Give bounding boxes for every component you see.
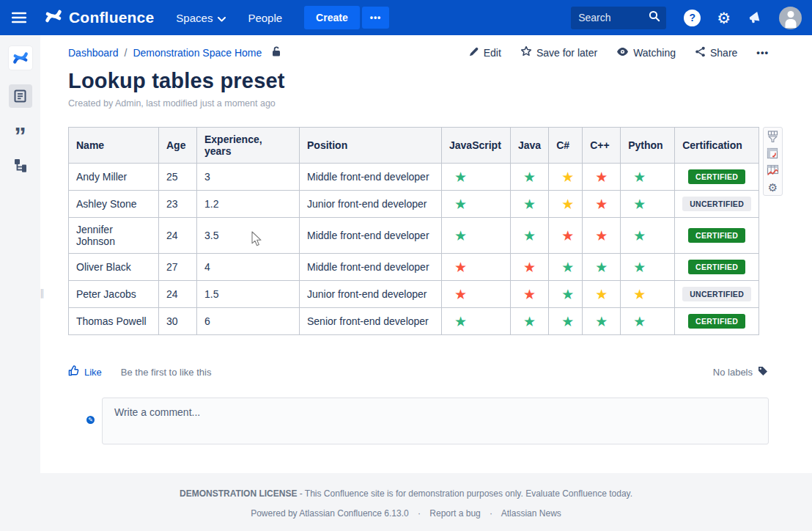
powered-by-line: Powered by Atlassian Confluence 6.13.0 ·… — [0, 508, 812, 519]
skill-star-icon: ★ — [621, 164, 675, 191]
table-cell: 23 — [159, 191, 197, 218]
comment-user-avatar: ✎ — [68, 398, 95, 424]
table-row: Ashley Stone231.2Junior front-end develo… — [69, 191, 759, 218]
table-cell: 30 — [159, 308, 197, 335]
skill-star-icon: ★ — [583, 254, 621, 281]
skill-star-icon: ★ — [621, 218, 675, 254]
search-icon[interactable] — [649, 10, 660, 25]
skill-star-icon: ★ — [621, 191, 675, 218]
table-cell: 3 — [197, 164, 300, 191]
skill-star-icon: ★ — [583, 281, 621, 308]
skill-star-icon: ★ — [442, 254, 511, 281]
certification-badge: UNCERTIFIED — [682, 287, 751, 301]
table-cell: 25 — [159, 164, 197, 191]
edit-button[interactable]: Edit — [468, 46, 501, 59]
space-logo-icon[interactable] — [9, 46, 32, 70]
skill-star-icon: ★ — [549, 164, 583, 191]
certification-cell: CERTIFIED — [675, 218, 759, 254]
table-cell: Peter Jacobs — [69, 281, 159, 308]
confluence-logo[interactable]: Confluence — [44, 7, 154, 28]
create-button[interactable]: Create — [304, 6, 360, 29]
skill-star-icon: ★ — [621, 254, 675, 281]
column-header: Java — [511, 128, 549, 164]
table-zone: NameAgeExperience, yearsPositionJavaScri… — [68, 127, 769, 335]
labels-control[interactable]: No labels — [713, 365, 769, 379]
eye-icon — [616, 47, 629, 59]
skill-star-icon: ★ — [583, 164, 621, 191]
table-cell: Middle front-end developer — [300, 164, 442, 191]
tag-icon — [757, 365, 769, 379]
save-for-later-button[interactable]: Save for later — [520, 45, 597, 59]
hamburger-menu-icon[interactable] — [12, 9, 29, 26]
skill-star-icon: ★ — [442, 164, 511, 191]
pivot-table-icon[interactable] — [767, 147, 779, 160]
skill-star-icon: ★ — [549, 218, 583, 254]
watching-button[interactable]: Watching — [616, 47, 676, 59]
page-more-button[interactable]: ••• — [756, 47, 769, 58]
like-row: Like Be the first to like this No labels — [68, 365, 769, 379]
table-row: Peter Jacobs241.5Junior front-end develo… — [69, 281, 759, 308]
admin-gear-icon[interactable]: ⚙ — [717, 10, 731, 26]
share-icon — [695, 46, 706, 59]
license-notice: DEMONSTRATION LICENSE - This Confluence … — [0, 473, 812, 499]
certification-cell: CERTIFIED — [675, 164, 759, 191]
table-cell: Jennifer Johnson — [69, 218, 159, 254]
column-header: JavaScript — [442, 128, 511, 164]
pencil-icon — [468, 46, 479, 59]
table-cell: Junior front-end developer — [300, 281, 442, 308]
report-a-bug-link[interactable]: Report a bug — [429, 508, 480, 519]
table-cell: Andy Miller — [69, 164, 159, 191]
like-hint: Be the first to like this — [121, 367, 212, 378]
skill-star-icon: ★ — [442, 218, 511, 254]
skill-star-icon: ★ — [442, 281, 511, 308]
nav-more-button[interactable]: ••• — [362, 7, 390, 29]
table-cell: Thomas Powell — [69, 308, 159, 335]
certification-badge: CERTIFIED — [688, 169, 745, 184]
column-header: Age — [159, 128, 197, 164]
column-header: Certification — [675, 128, 759, 164]
table-row: Andy Miller253Middle front-end developer… — [69, 164, 759, 191]
sidebar-blog-quote-icon[interactable]: ” — [9, 120, 32, 143]
sidebar-resize-grip[interactable]: ∥ — [40, 288, 45, 299]
like-button[interactable]: Like — [68, 365, 102, 379]
skill-star-icon: ★ — [511, 308, 549, 335]
page-title: Lookup tables preset — [68, 69, 769, 93]
comment-input[interactable]: Write a comment... — [102, 398, 769, 444]
table-filter-icon[interactable] — [767, 131, 779, 143]
column-header: Name — [69, 128, 159, 164]
page-footer: DEMONSTRATION LICENSE - This Confluence … — [0, 473, 812, 531]
breadcrumb-space-home[interactable]: Demonstration Space Home — [133, 47, 262, 59]
help-icon[interactable]: ? — [684, 10, 701, 26]
powered-by-text: Powered by Atlassian Confluence 6.13.0 — [251, 508, 408, 519]
page-actions: Edit Save for later Watching Share ••• — [468, 45, 769, 59]
sidebar-space-tree-icon[interactable] — [9, 153, 32, 177]
search-box[interactable] — [571, 7, 666, 29]
share-button[interactable]: Share — [695, 46, 737, 59]
table-settings-gear-icon[interactable]: ⚙ — [767, 181, 779, 194]
table-cell: Junior front-end developer — [300, 191, 442, 218]
sidebar-pages-icon[interactable] — [9, 84, 32, 108]
unrestricted-unlock-icon[interactable] — [270, 45, 282, 59]
skill-star-icon: ★ — [511, 191, 549, 218]
table-cell: 4 — [197, 254, 300, 281]
skill-star-icon: ★ — [583, 191, 621, 218]
skill-star-icon: ★ — [549, 281, 583, 308]
table-chart-icon[interactable] — [767, 164, 779, 177]
nav-spaces[interactable]: Spaces — [176, 12, 226, 24]
announcements-megaphone-icon[interactable] — [747, 10, 763, 26]
skill-star-icon: ★ — [621, 308, 675, 335]
breadcrumb-dashboard[interactable]: Dashboard — [68, 47, 119, 59]
skill-star-icon: ★ — [583, 218, 621, 254]
atlassian-news-link[interactable]: Atlassian News — [501, 508, 561, 519]
user-avatar[interactable] — [779, 7, 802, 29]
breadcrumb: Dashboard / Demonstration Space Home — [68, 45, 282, 59]
certification-cell: CERTIFIED — [675, 254, 759, 281]
table-cell: Middle front-end developer — [300, 254, 442, 281]
column-header: C# — [549, 128, 583, 164]
certification-badge: CERTIFIED — [688, 314, 745, 329]
certification-cell: UNCERTIFIED — [675, 281, 759, 308]
skill-star-icon: ★ — [511, 218, 549, 254]
chevron-down-icon — [218, 12, 226, 24]
nav-people[interactable]: People — [248, 12, 282, 24]
search-input[interactable] — [578, 12, 649, 23]
